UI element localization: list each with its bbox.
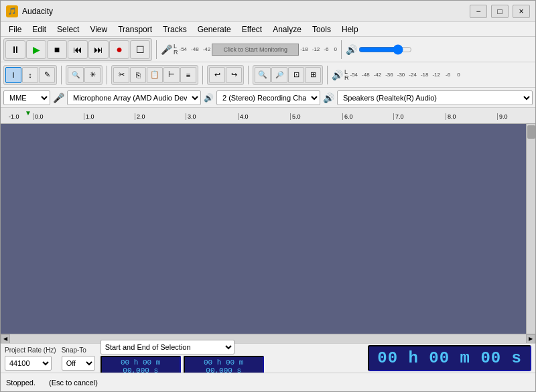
menu-generate[interactable]: Generate xyxy=(192,23,237,36)
play-button[interactable]: ▶ xyxy=(26,40,46,59)
zoom-fit-button[interactable]: ⊡ xyxy=(288,67,304,83)
selection-type-selector[interactable]: Start and End of Selection xyxy=(100,340,234,354)
pause-icon: ⏸ xyxy=(11,44,20,55)
stop-icon: ■ xyxy=(54,44,60,55)
bottom-controls: Project Rate (Hz) 44100 Snap-To Off Star… xyxy=(1,343,535,373)
sep-5 xyxy=(202,66,203,84)
title-bar-controls: − □ × xyxy=(470,5,530,18)
loop-icon: ☐ xyxy=(136,44,145,55)
skip-end-button[interactable]: ⏭ xyxy=(88,40,109,59)
skip-start-button[interactable]: ⏮ xyxy=(68,40,88,59)
cut-button[interactable]: ✂ xyxy=(113,67,129,83)
trim-button[interactable]: ⊢ xyxy=(163,67,180,83)
snap-to-label: Snap-To xyxy=(62,346,95,354)
api-selector[interactable]: MME xyxy=(3,90,50,105)
undo-redo-group: ↩ ↪ xyxy=(207,65,244,85)
mic-input-icon: 🎤 xyxy=(161,44,172,55)
project-rate-label: Project Rate (Hz) xyxy=(5,346,56,354)
copy-button[interactable]: ⎘ xyxy=(130,67,146,83)
title-bar-text: Audacity xyxy=(22,7,470,16)
project-rate-selector[interactable]: 44100 xyxy=(5,356,52,371)
scroll-right-button[interactable]: ▶ xyxy=(526,334,535,344)
menu-tools[interactable]: Tools xyxy=(307,23,336,36)
menu-select[interactable]: Select xyxy=(52,23,84,36)
ruler-mark-9: 9.0 xyxy=(497,113,508,120)
edit-buttons: ✂ ⎘ 📋 ⊢ ≡ xyxy=(111,65,198,85)
device-row: MME 🎤 Microphone Array (AMD Audio Dev 🔊 … xyxy=(1,88,535,108)
track-area[interactable] xyxy=(1,124,535,334)
zoom-buttons: 🔍 🔎 ⊡ ⊞ xyxy=(253,65,323,85)
menu-view[interactable]: View xyxy=(84,23,113,36)
toolbar-row-1: ⏸ ▶ ■ ⏮ ⏭ ● ☐ 🎤 LR -54 -48 -42 Click to … xyxy=(1,37,535,62)
ruler-mark-n1: -1.0 xyxy=(9,113,19,120)
ruler-container: ▼ -1.0 0.0 1.0 2.0 3.0 4.0 5.0 6.0 7.0 8… xyxy=(3,108,533,122)
output-db-scale: -54 -48 -42 -36 -30 -24 -18 -12 -6 0 xyxy=(350,72,460,78)
menu-effect[interactable]: Effect xyxy=(237,23,267,36)
project-rate-section: Project Rate (Hz) 44100 xyxy=(5,346,56,371)
redo-button[interactable]: ↪ xyxy=(226,67,242,83)
record-icon: ● xyxy=(116,44,123,56)
menu-analyze[interactable]: Analyze xyxy=(267,23,307,36)
sep-4 xyxy=(107,66,107,84)
scroll-left-button[interactable]: ◀ xyxy=(1,334,10,344)
output-volume-slider[interactable] xyxy=(358,45,412,54)
sep-2 xyxy=(341,40,342,59)
paste-button[interactable]: 📋 xyxy=(147,67,163,83)
ruler-mark-3: 3.0 xyxy=(186,113,196,120)
playhead-marker: ▼ xyxy=(25,109,31,117)
loop-button[interactable]: ☐ xyxy=(130,40,150,59)
selection-tool-button[interactable]: I xyxy=(5,67,21,83)
vertical-scrollbar[interactable] xyxy=(526,124,535,334)
zoom-tool-button[interactable]: 🔍 xyxy=(68,67,84,83)
menu-transport[interactable]: Transport xyxy=(113,23,157,36)
speaker-meter-icon: 🔊 xyxy=(332,70,343,80)
snap-to-selector[interactable]: Off xyxy=(62,356,95,371)
speaker-device-icon: 🔊 xyxy=(323,92,334,103)
silence-button[interactable]: ≡ xyxy=(180,67,196,83)
scrollbar-thumb-v[interactable] xyxy=(527,125,535,139)
minimize-button[interactable]: − xyxy=(470,5,487,18)
ruler-mark-4: 4.0 xyxy=(238,113,249,120)
skip-end-icon: ⏭ xyxy=(94,44,103,55)
input-level-area: 🎤 LR -54 -48 -42 Click to Start Monitori… xyxy=(161,44,337,56)
zoom-out-button[interactable]: 🔎 xyxy=(271,67,287,83)
ruler-mark-7: 7.0 xyxy=(393,113,404,120)
sep-7 xyxy=(327,66,328,84)
play-icon: ▶ xyxy=(33,44,40,55)
multi-tool-button[interactable]: ✳ xyxy=(84,67,100,83)
maximize-button[interactable]: □ xyxy=(491,5,509,18)
ruler-mark-2: 2.0 xyxy=(135,113,145,120)
microphone-selector[interactable]: Microphone Array (AMD Audio Dev xyxy=(67,90,201,105)
timeline-ruler: ▼ -1.0 0.0 1.0 2.0 3.0 4.0 5.0 6.0 7.0 8… xyxy=(1,108,535,124)
status-text: Stopped. xyxy=(6,379,36,387)
undo-button[interactable]: ↩ xyxy=(209,67,225,83)
channel-icon: 🔊 xyxy=(204,93,214,103)
close-button[interactable]: × xyxy=(513,5,530,18)
title-bar: 🎵 Audacity − □ × xyxy=(1,1,535,22)
sep-3 xyxy=(61,66,62,84)
pause-button[interactable]: ⏸ xyxy=(5,40,25,59)
menu-tracks[interactable]: Tracks xyxy=(157,23,192,36)
mic-device-icon: 🎤 xyxy=(53,92,64,103)
lr-label-input: LR xyxy=(174,44,178,56)
sep-6 xyxy=(248,66,249,84)
main-window: 🎵 Audacity − □ × File Edit Select View T… xyxy=(0,0,536,392)
snap-to-section: Snap-To Off xyxy=(62,346,95,371)
stop-button[interactable]: ■ xyxy=(47,40,67,59)
menu-bar: File Edit Select View Transport Tracks G… xyxy=(1,22,535,37)
toolbar-row-2: I ↕ ✎ 🔍 ✳ ✂ ⎘ 📋 ⊢ ≡ ↩ ↪ 🔍 🔎 xyxy=(1,62,535,88)
record-button[interactable]: ● xyxy=(109,40,129,59)
tool-selector: I ↕ ✎ xyxy=(3,65,57,85)
monitoring-button[interactable]: Click to Start Monitoring xyxy=(212,44,299,56)
zoom-in-button[interactable]: 🔍 xyxy=(255,67,271,83)
menu-file[interactable]: File xyxy=(3,23,27,36)
channels-selector[interactable]: 2 (Stereo) Recording Chann... xyxy=(216,90,320,105)
envelope-tool-button[interactable]: ↕ xyxy=(22,67,38,83)
draw-tool-button[interactable]: ✎ xyxy=(39,67,55,83)
ruler-mark-1: 1.0 xyxy=(84,113,94,120)
menu-help[interactable]: Help xyxy=(336,23,364,36)
menu-edit[interactable]: Edit xyxy=(27,23,52,36)
speaker-selector[interactable]: Speakers (Realtek(R) Audio) xyxy=(337,90,533,105)
zoom-fit2-button[interactable]: ⊞ xyxy=(305,67,321,83)
output-meter-area: 🔊 LR -54 -48 -42 -36 -30 -24 -18 -12 -6 … xyxy=(332,69,533,81)
